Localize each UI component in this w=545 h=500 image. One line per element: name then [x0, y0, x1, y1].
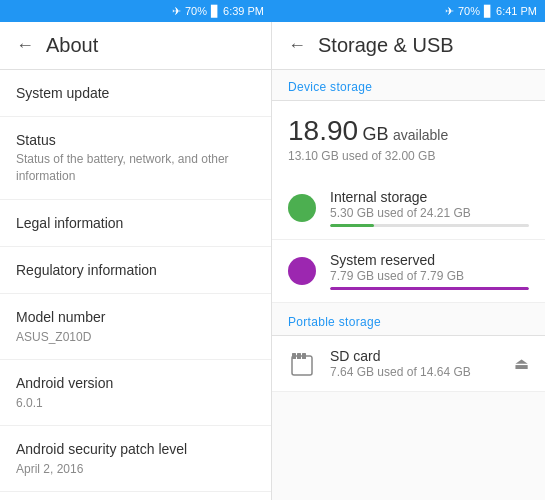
internal-storage-info: Internal storage 5.30 GB used of 24.21 G… — [330, 189, 529, 227]
regulatory-info-title: Regulatory information — [16, 261, 255, 279]
left-battery-text: 70% — [185, 5, 207, 17]
internal-storage-dot — [288, 194, 316, 222]
hardware-info-item[interactable]: Hardware information Wi-fi, bluetooth, f… — [0, 492, 271, 500]
status-title: Status — [16, 131, 255, 149]
right-time: 6:41 PM — [496, 5, 537, 17]
system-reserved-title: System reserved — [330, 252, 529, 268]
security-patch-item[interactable]: Android security patch level April 2, 20… — [0, 426, 271, 492]
storage-back-arrow[interactable]: ← — [288, 35, 306, 56]
sd-card-title: SD card — [330, 348, 506, 364]
android-version-value: 6.0.1 — [16, 395, 255, 412]
system-reserved-info: System reserved 7.79 GB used of 7.79 GB — [330, 252, 529, 290]
storage-title: Storage & USB — [318, 34, 454, 57]
eject-icon[interactable]: ⏏ — [514, 354, 529, 373]
system-update-item[interactable]: System update — [0, 70, 271, 117]
model-number-title: Model number — [16, 308, 255, 326]
status-bars: ✈ 70% ▊ 6:39 PM ✈ 70% ▊ 6:41 PM — [0, 0, 545, 22]
storage-gb-unit: GB — [363, 124, 389, 144]
right-status-bar: ✈ 70% ▊ 6:41 PM — [272, 0, 545, 22]
sd-card-icon — [288, 350, 316, 378]
internal-storage-item[interactable]: Internal storage 5.30 GB used of 24.21 G… — [272, 177, 545, 240]
system-reserved-bar-fill — [330, 287, 529, 290]
model-number-value: ASUS_Z010D — [16, 329, 255, 346]
left-airplane-icon: ✈ — [172, 5, 181, 18]
portable-storage-section: Portable storage — [272, 305, 545, 336]
storage-used-summary: 13.10 GB used of 32.00 GB — [288, 149, 529, 163]
internal-storage-bar-fill — [330, 224, 374, 227]
storage-gb-number: 18.90 — [288, 115, 358, 146]
status-item[interactable]: Status Status of the battery, network, a… — [0, 117, 271, 200]
internal-storage-sub: 5.30 GB used of 24.21 GB — [330, 206, 529, 220]
left-time: 6:39 PM — [223, 5, 264, 17]
main-panels: ← About System update Status Status of t… — [0, 22, 545, 500]
system-reserved-item[interactable]: System reserved 7.79 GB used of 7.79 GB — [272, 240, 545, 303]
system-reserved-sub: 7.79 GB used of 7.79 GB — [330, 269, 529, 283]
storage-available-text: 18.90 GB available — [288, 115, 529, 147]
left-status-bar: ✈ 70% ▊ 6:39 PM — [0, 0, 272, 22]
android-version-item[interactable]: Android version 6.0.1 — [0, 360, 271, 426]
right-airplane-icon: ✈ — [445, 5, 454, 18]
about-title: About — [46, 34, 98, 57]
right-battery-text: 70% — [458, 5, 480, 17]
sd-card-info: SD card 7.64 GB used of 14.64 GB — [330, 348, 506, 379]
svg-rect-3 — [302, 353, 306, 359]
storage-available-label: available — [393, 127, 448, 143]
storage-header: ← Storage & USB — [272, 22, 545, 70]
storage-available-block: 18.90 GB available 13.10 GB used of 32.0… — [272, 101, 545, 177]
svg-rect-2 — [297, 353, 301, 359]
android-version-title: Android version — [16, 374, 255, 392]
right-battery-icon: ▊ — [484, 5, 492, 18]
about-panel: ← About System update Status Status of t… — [0, 22, 272, 500]
security-patch-value: April 2, 2016 — [16, 461, 255, 478]
svg-rect-1 — [292, 353, 296, 359]
sd-card-item[interactable]: SD card 7.64 GB used of 14.64 GB ⏏ — [272, 336, 545, 392]
security-patch-title: Android security patch level — [16, 440, 255, 458]
system-update-title: System update — [16, 84, 255, 102]
system-reserved-dot — [288, 257, 316, 285]
internal-storage-title: Internal storage — [330, 189, 529, 205]
about-back-arrow[interactable]: ← — [16, 35, 34, 56]
left-battery-icon: ▊ — [211, 5, 219, 18]
model-number-item[interactable]: Model number ASUS_Z010D — [0, 294, 271, 360]
device-storage-section: Device storage — [272, 70, 545, 101]
about-header: ← About — [0, 22, 271, 70]
regulatory-info-item[interactable]: Regulatory information — [0, 247, 271, 294]
storage-panel: ← Storage & USB Device storage 18.90 GB … — [272, 22, 545, 500]
internal-storage-bar — [330, 224, 529, 227]
status-subtitle: Status of the battery, network, and othe… — [16, 151, 255, 185]
sd-card-sub: 7.64 GB used of 14.64 GB — [330, 365, 506, 379]
legal-info-title: Legal information — [16, 214, 255, 232]
legal-info-item[interactable]: Legal information — [0, 200, 271, 247]
system-reserved-bar — [330, 287, 529, 290]
